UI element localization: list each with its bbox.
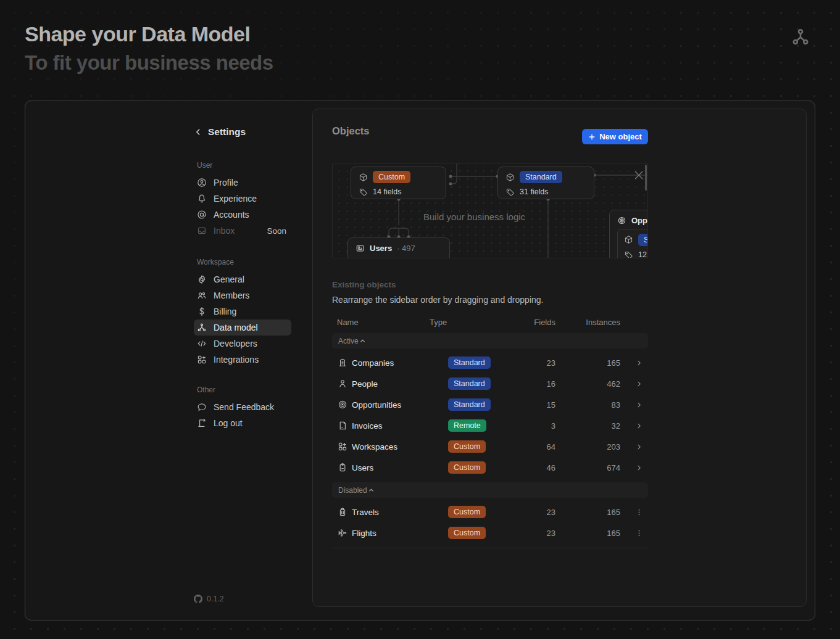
chevron-right-icon[interactable] [620,422,648,430]
sidebar-section-user: User [197,161,212,170]
sidebar-item-label: Billing [214,307,236,316]
chevron-right-icon[interactable] [620,464,648,472]
data-model-icon [197,323,207,332]
object-name: Opportunities [352,400,448,410]
chevron-up-icon [359,337,367,345]
instances-count: 674 [555,463,620,472]
chevron-right-icon[interactable] [620,401,648,409]
canvas-subnode: Stand 12 fiel [617,229,648,258]
object-name: Flights [352,529,448,538]
sidebar-item-profile[interactable]: Profile [194,175,291,191]
node-title: Opportu [631,216,648,225]
table-row-people[interactable]: People Standard 16 462 [332,373,648,394]
instances-count: 165 [555,529,620,538]
object-name: Invoices [352,421,448,431]
sidebar-item-label: Profile [214,178,238,188]
cube-icon [359,173,368,182]
sidebar-item-label: Developers [214,339,257,348]
target-icon [338,400,352,410]
kebab-menu-icon[interactable] [620,508,648,516]
chevron-right-icon[interactable] [620,380,648,388]
objects-heading: Objects [332,125,370,137]
group-label: Disabled [338,486,367,495]
table-row-flights[interactable]: Flights Custom 23 165 [332,522,648,543]
table-row-workspaces[interactable]: Workspaces Custom 64 203 [332,436,648,457]
sidebar-item-inbox: Inbox Soon [194,223,291,239]
instances-count: 32 [555,421,620,431]
luggage-icon [338,507,352,517]
instances-count: 203 [555,442,620,451]
sidebar-item-label: Send Feedback [214,402,274,412]
canvas-node-custom[interactable]: Custom 14 fields [351,167,446,199]
fields-count: 31 fields [520,188,549,196]
type-badge: Standard [520,171,562,183]
group-header-disabled[interactable]: Disabled [332,482,648,498]
node-title: Users [370,244,392,253]
type-badge: Custom [373,171,410,183]
sidebar-item-experience[interactable]: Experience [194,191,291,207]
canvas-node-opportunities[interactable]: Opportu Stand 12 [609,210,648,258]
sidebar-item-members[interactable]: Members [194,287,291,303]
instances-count: 165 [555,358,620,368]
sidebar-item-label: Members [214,291,249,300]
page-title-line2: To fit your business needs [25,51,273,75]
column-header-instances: Instances [573,318,620,327]
data-model-canvas[interactable]: Custom 14 fields Stand [332,163,648,258]
sidebar-item-billing[interactable]: Billing [194,303,291,320]
sidebar-item-integrations[interactable]: Integrations [194,352,291,368]
sidebar-item-label: Integrations [214,355,259,365]
sidebar-item-label: General [214,274,244,284]
fields-count: 64 [522,442,555,451]
type-badge: Remote [448,419,486,432]
sidebar-item-data-model[interactable]: Data model [194,320,291,336]
fields-count: 23 [522,358,555,368]
canvas-node-users[interactable]: Users · 497 [347,237,450,258]
grid-plus-icon [338,442,352,451]
sidebar-section-workspace: Workspace [197,258,234,266]
sidebar-section-other: Other [197,385,215,394]
table-row-users[interactable]: Users Custom 46 674 [332,457,648,478]
instances-count: 462 [555,379,620,389]
chevron-right-icon[interactable] [620,359,648,367]
type-badge: Custom [448,527,486,539]
canvas-scrollbar[interactable] [645,165,647,191]
building-icon [338,358,352,368]
chevron-right-icon[interactable] [620,443,648,451]
tag-icon [359,188,368,197]
sidebar-item-general[interactable]: General [194,271,291,287]
type-badge: Custom [448,461,486,474]
soon-badge: Soon [267,226,286,236]
tag-icon [505,188,515,197]
table-row-companies[interactable]: Companies Standard 23 165 [332,352,648,373]
object-name: Companies [352,358,448,368]
at-sign-icon [197,210,207,220]
app-window: Shape your Data Model To fit your busine… [0,0,840,639]
type-badge: Standard [448,398,491,411]
settings-back-label: Settings [208,126,246,138]
kebab-menu-icon[interactable] [620,529,648,537]
dollar-icon [197,307,207,316]
sidebar-item-log-out[interactable]: Log out [194,415,291,431]
canvas-node-standard[interactable]: Standard 31 fields [497,167,594,199]
settings-back-button[interactable]: Settings [194,126,246,138]
table-row-invoices[interactable]: Invoices Remote 3 32 [332,415,648,436]
sidebar-item-label: Accounts [214,210,249,220]
sidebar-item-developers[interactable]: Developers [194,336,291,352]
cube-icon [505,173,515,182]
new-object-button[interactable]: New object [582,129,648,144]
document-icon [338,421,352,431]
existing-objects-description: Rearrange the sidebar order by dragging … [332,295,543,305]
object-name: People [352,379,448,389]
group-header-active[interactable]: Active [332,333,648,348]
person-icon [338,379,352,389]
table-row-opportunities[interactable]: Opportunities Standard 15 83 [332,394,648,415]
type-badge: Stand [638,234,648,246]
sidebar-item-accounts[interactable]: Accounts [194,207,291,223]
fields-count: 12 fiel [638,250,648,258]
table-row-travels[interactable]: Travels Custom 23 165 [332,501,648,522]
tag-icon [624,250,633,259]
canvas-hint-text: Build your business logic [423,212,525,222]
new-object-label: New object [599,132,642,141]
sidebar-item-send-feedback[interactable]: Send Feedback [194,399,291,415]
plane-icon [338,528,352,538]
